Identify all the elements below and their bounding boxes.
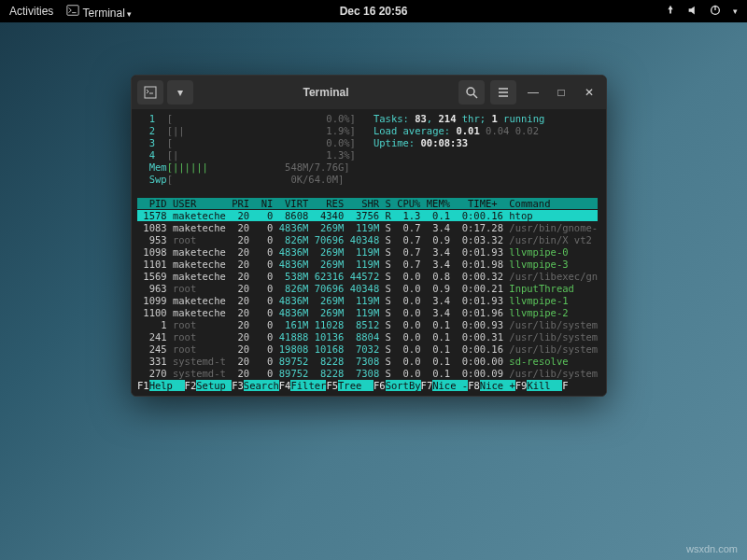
volume-icon[interactable] [686, 4, 699, 20]
clock[interactable]: Dec 16 20:56 [340, 5, 408, 18]
tab-dropdown[interactable]: ▾ [167, 80, 193, 105]
terminal-icon [66, 4, 79, 17]
system-menu-arrow[interactable]: ▾ [733, 7, 738, 16]
hamburger-icon [497, 86, 510, 99]
terminal-window: ▾ Terminal — □ ✕ 1 [ 0.0%] Tasks: 83, 21… [131, 75, 607, 397]
gnome-topbar: Activities Terminal▾ Dec 16 20:56 ▾ [0, 0, 747, 22]
network-icon[interactable] [664, 4, 677, 20]
maximize-button[interactable]: □ [550, 81, 572, 104]
menu-button[interactable] [490, 80, 516, 105]
search-button[interactable] [458, 80, 485, 105]
minimize-button[interactable]: — [522, 81, 544, 104]
window-title: Terminal [193, 86, 458, 99]
search-icon [465, 86, 478, 99]
svg-line-5 [473, 94, 477, 98]
svg-point-4 [467, 88, 474, 95]
activities-button[interactable]: Activities [9, 5, 53, 18]
new-tab-button[interactable] [137, 80, 163, 105]
svg-rect-3 [145, 87, 156, 98]
window-titlebar[interactable]: ▾ Terminal — □ ✕ [132, 76, 606, 109]
terminal-icon [144, 86, 157, 99]
app-menu[interactable]: Terminal▾ [66, 4, 131, 20]
svg-rect-0 [67, 5, 78, 15]
watermark: wsxdn.com [686, 543, 738, 554]
close-button[interactable]: ✕ [578, 81, 600, 104]
power-icon[interactable] [709, 4, 722, 20]
terminal-content[interactable]: 1 [ 0.0%] Tasks: 83, 214 thr; 1 running … [132, 109, 606, 396]
